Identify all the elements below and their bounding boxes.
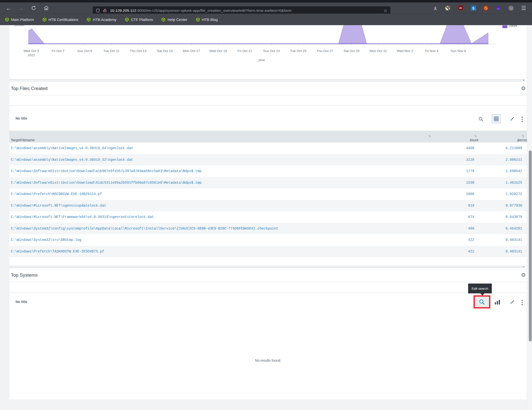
badger-extension-icon[interactable] [444, 2, 451, 14]
cell-target-filename[interactable]: C:\Windows\Prefetch\MSCORSVW.EXE-16B291C… [11, 192, 102, 196]
x-axis-tick [218, 44, 218, 46]
htb-cube-icon [196, 18, 200, 22]
edit-search-icon[interactable] [478, 116, 484, 122]
htb-cube-icon [161, 18, 165, 22]
table-viz-type-icon[interactable] [492, 114, 501, 123]
url-text[interactable]: 10.129.205.112:8000/en-US/app/sysmon-spl… [110, 8, 382, 13]
x-axis-tick [378, 44, 379, 46]
x-axis-tick [191, 44, 192, 46]
cell-percent[interactable]: 2.988211 [506, 158, 522, 162]
top-files-table: C:\Windows\assembly\NativeImages_v4.0.30… [9, 143, 527, 257]
scrollbar-thumb[interactable] [529, 150, 532, 341]
insecure-lock-icon[interactable] [103, 8, 107, 13]
bookmark-item[interactable]: HTB Blog [196, 18, 218, 22]
cell-count[interactable]: 4408 [466, 146, 474, 150]
cell-percent[interactable]: 4.211009 [506, 146, 522, 150]
cell-count[interactable]: 486 [468, 227, 474, 231]
cell-target-filename[interactable]: C:\Windows\Microsoft.NET\ngennicupdatelo… [11, 204, 106, 208]
edit-search-tooltip: Edit search [468, 284, 492, 293]
bookmark-star-icon[interactable]: ☆ [384, 8, 387, 13]
cell-count[interactable]: 674 [468, 215, 474, 219]
table-row[interactable]: C:\Windows\assembly\NativeImages_v4.0.30… [9, 154, 527, 166]
format-brush-icon[interactable] [509, 116, 515, 122]
cell-percent[interactable]: 0.877930 [506, 204, 522, 208]
url-domain: 10.129.205.112 [110, 8, 136, 13]
cell-count[interactable]: 422 [468, 238, 474, 242]
cell-count[interactable]: 1778 [466, 169, 474, 173]
panel-gear-icon[interactable]: ⚙ [521, 272, 526, 278]
back-icon[interactable]: ← [5, 2, 12, 14]
bookmark-item[interactable]: HTB Academy [87, 18, 116, 22]
cookie-settings-icon[interactable] [507, 2, 515, 14]
panel-close-icon[interactable]: × [523, 265, 525, 269]
cell-target-filename[interactable]: C:\Windows\Prefetch\TASKHOSTW.EXE-2E5D4B… [11, 250, 104, 253]
panel-menu-kebab-icon[interactable] [521, 300, 523, 305]
panel-close-icon[interactable]: × [523, 78, 525, 82]
cell-percent[interactable]: 0.403141 [506, 238, 522, 242]
column-edit-pencil-icon[interactable]: ✎ [428, 134, 431, 138]
reload-icon[interactable] [30, 2, 37, 14]
table-row[interactable]: C:\Windows\Prefetch\MSCORSVW.EXE-16B291C… [9, 188, 527, 200]
bookmark-item[interactable]: Help Center [161, 18, 187, 22]
column-edit-pencil-icon[interactable]: ✎ [522, 134, 525, 138]
column-edit-pencil-icon[interactable]: ✎ [474, 134, 477, 138]
bookmark-item[interactable]: Main Platform [5, 18, 34, 22]
forward-icon[interactable]: → [17, 2, 25, 14]
format-brush-icon[interactable] [509, 299, 515, 305]
cell-percent[interactable]: 0.403141 [506, 250, 522, 253]
no-results-message: No results found. [9, 358, 527, 362]
cell-target-filename[interactable]: C:\Windows\System32\config\systemprofile… [11, 227, 278, 231]
home-icon[interactable] [42, 2, 50, 14]
panel-drag-handle[interactable] [9, 266, 522, 269]
x-axis-tick [351, 44, 352, 46]
table-row[interactable]: C:\Windows\Microsoft.NET\ngennicupdatelo… [9, 200, 527, 212]
cell-target-filename[interactable]: C:\Windows\System32\sru\SRUtmp.log [11, 238, 81, 242]
chart-viz-type-icon[interactable] [495, 300, 500, 304]
panel-menu-kebab-icon[interactable] [521, 117, 523, 122]
legend-label: count [509, 25, 517, 28]
s-extension-icon[interactable]: S [470, 2, 477, 14]
table-row[interactable]: C:\Windows\System32\sru\SRUtmp.log 422 0… [9, 234, 527, 246]
cell-target-filename[interactable]: C:\Windows\assembly\NativeImages_v4.0.30… [11, 158, 133, 162]
firefox-window: ← → 10.129.205.112:8000/en-US/app/sysmon… [0, 0, 532, 410]
cell-target-filename[interactable]: C:\Windows\SoftwareDistribution\Download… [11, 181, 202, 185]
panel-gear-icon[interactable]: ⚙ [521, 86, 526, 91]
cell-percent[interactable]: 1.020272 [506, 192, 522, 196]
bookmark-item[interactable]: CTF Platform [125, 18, 153, 22]
cell-target-filename[interactable]: C:\Windows\Microsoft.NET\Framework64\v4.… [11, 215, 154, 219]
table-row[interactable]: C:\Windows\SoftwareDistribution\Download… [9, 165, 527, 177]
area-chart[interactable] [28, 25, 493, 44]
cell-percent[interactable]: 0.464281 [506, 227, 522, 231]
table-row[interactable]: C:\Windows\System32\config\systemprofile… [9, 223, 527, 234]
cell-count[interactable]: 1068 [466, 192, 474, 196]
bookmark-item[interactable]: HTB Certifications [42, 18, 78, 22]
foxyproxy-disabled-icon[interactable] [482, 2, 490, 14]
table-row[interactable]: C:\Windows\Microsoft.NET\Framework64\v4.… [9, 211, 527, 223]
cell-percent[interactable]: 1.461625 [506, 181, 522, 185]
cell-percent[interactable]: 0.643879 [506, 215, 522, 219]
cell-count[interactable]: 422 [468, 250, 474, 253]
x-axis-tick [325, 44, 325, 46]
bookmark-label: HTB Academy [93, 18, 116, 22]
layers-extension-icon[interactable] [495, 2, 502, 14]
menu-hamburger-icon[interactable]: ☰ [520, 2, 527, 14]
downloads-icon[interactable] [432, 2, 439, 14]
bookmarks-bar: Main Platform HTB Certifications HTB Aca… [0, 14, 532, 25]
x-axis-label: Sun Oct 23 [263, 49, 280, 53]
table-row[interactable]: C:\Windows\assembly\NativeImages_v4.0.30… [9, 143, 527, 154]
ublock-extension-icon[interactable]: UD [457, 2, 464, 14]
cell-count[interactable]: 919 [468, 204, 474, 208]
bookmark-label: HTB Certifications [49, 18, 78, 22]
table-row[interactable]: C:\Windows\Prefetch\TASKHOSTW.EXE-2E5D4B… [9, 246, 527, 257]
cell-target-filename[interactable]: C:\Windows\SoftwareDistribution\Download… [11, 169, 202, 173]
panel-drag-handle[interactable] [9, 79, 522, 82]
cell-target-filename[interactable]: C:\Windows\assembly\NativeImages_v4.0.30… [11, 146, 133, 150]
table-row[interactable]: C:\Windows\SoftwareDistribution\Download… [9, 177, 527, 189]
x-axis-label: Thu Oct 27 [317, 49, 333, 53]
shield-permissions-icon[interactable] [96, 8, 100, 13]
edit-search-highlight-box[interactable] [474, 295, 490, 308]
cell-count[interactable]: 1530 [466, 181, 474, 185]
cell-percent[interactable]: 1.698542 [506, 169, 522, 173]
cell-count[interactable]: 3128 [466, 158, 474, 162]
bookmark-label: Main Platform [11, 18, 34, 22]
